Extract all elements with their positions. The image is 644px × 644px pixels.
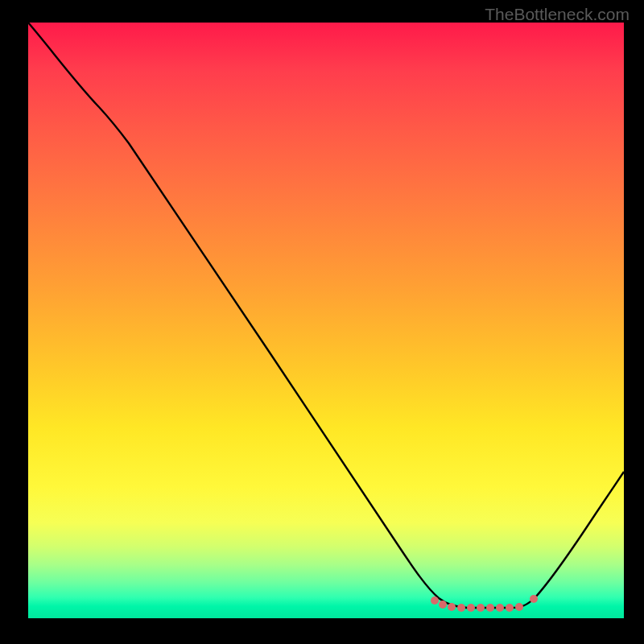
svg-point-7	[496, 604, 504, 612]
svg-point-9	[515, 603, 523, 611]
svg-point-4	[467, 604, 475, 612]
svg-point-10	[530, 595, 538, 603]
bottleneck-curve-line	[28, 23, 624, 608]
svg-point-5	[477, 604, 485, 612]
svg-point-6	[486, 604, 494, 612]
chart-plot-area	[28, 23, 624, 618]
svg-point-0	[431, 597, 439, 605]
svg-point-2	[448, 603, 456, 611]
svg-point-1	[439, 601, 447, 609]
watermark-text: TheBottleneck.com	[485, 5, 630, 24]
svg-point-8	[506, 604, 514, 612]
chart-svg	[28, 23, 624, 618]
svg-point-3	[457, 604, 465, 612]
